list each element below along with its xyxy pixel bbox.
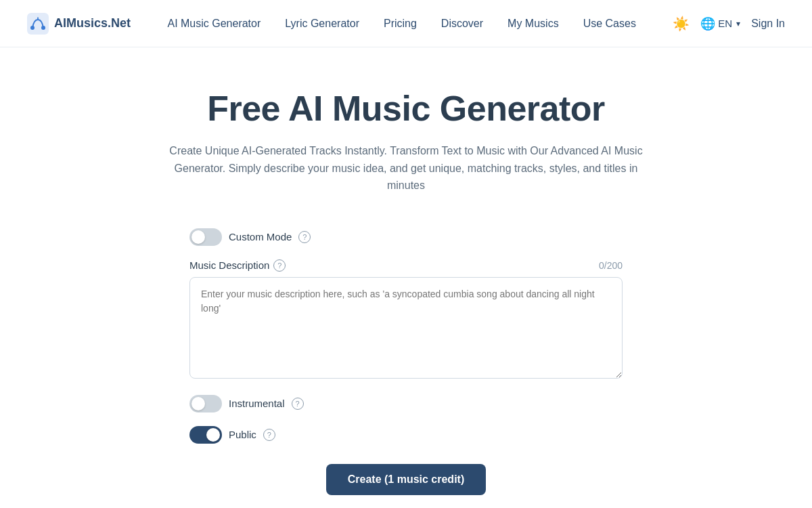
nav-discover[interactable]: Discover [441, 18, 483, 30]
language-selector-button[interactable]: 🌐 EN ▾ [700, 16, 740, 31]
public-label: Public [229, 429, 256, 440]
instrumental-row: Instrumental ? [189, 395, 623, 412]
nav-my-musics[interactable]: My Musics [508, 18, 559, 30]
custom-mode-thumb [191, 230, 205, 244]
public-help-icon[interactable]: ? [263, 429, 275, 441]
custom-mode-label: Custom Mode [229, 231, 292, 242]
generator-form: Custom Mode ? Music Description ? 0/200 … [189, 228, 623, 495]
public-row: Public ? [189, 426, 623, 444]
music-description-textarea[interactable] [189, 277, 623, 379]
field-header: Music Description ? 0/200 [189, 259, 623, 272]
public-thumb [206, 428, 220, 442]
public-toggle[interactable] [189, 426, 222, 444]
svg-point-2 [41, 26, 45, 30]
music-description-field: Music Description ? 0/200 [189, 259, 623, 381]
instrumental-toggle[interactable] [189, 395, 222, 412]
main-nav: AI Music Generator Lyric Generator Prici… [167, 18, 635, 30]
public-track[interactable] [189, 426, 222, 444]
header-right: ☀️ 🌐 EN ▾ Sign In [673, 16, 785, 32]
custom-mode-row: Custom Mode ? [189, 228, 623, 246]
custom-mode-toggle[interactable] [189, 228, 222, 246]
music-description-help-icon[interactable]: ? [273, 259, 286, 272]
main-content: Free AI Music Generator Create Unique AI… [0, 47, 812, 508]
sign-in-button[interactable]: Sign In [751, 18, 785, 30]
nav-ai-music-generator[interactable]: AI Music Generator [167, 18, 261, 30]
custom-mode-track[interactable] [189, 228, 222, 246]
page-title: Free AI Music Generator [207, 88, 605, 129]
chevron-down-icon: ▾ [736, 19, 740, 28]
sun-icon: ☀️ [673, 16, 690, 32]
translate-icon: 🌐 [700, 16, 715, 31]
field-label-row: Music Description ? [189, 259, 286, 272]
theme-toggle-button[interactable]: ☀️ [673, 16, 690, 32]
instrumental-help-icon[interactable]: ? [292, 398, 304, 410]
svg-rect-0 [27, 13, 49, 35]
logo-icon [27, 13, 49, 35]
custom-mode-help-icon[interactable]: ? [298, 231, 311, 243]
site-logo[interactable]: AIMusics.Net [27, 13, 131, 35]
music-description-label: Music Description [189, 259, 269, 271]
nav-use-cases[interactable]: Use Cases [583, 18, 636, 30]
language-code: EN [718, 18, 732, 29]
instrumental-label: Instrumental [229, 398, 285, 409]
logo-text: AIMusics.Net [54, 16, 131, 30]
create-button[interactable]: Create (1 music credit) [326, 464, 487, 495]
nav-lyric-generator[interactable]: Lyric Generator [285, 18, 359, 30]
nav-pricing[interactable]: Pricing [384, 18, 417, 30]
instrumental-thumb [191, 397, 205, 410]
page-subtitle: Create Unique AI-Generated Tracks Instan… [169, 142, 643, 194]
instrumental-track[interactable] [189, 395, 222, 412]
char-count: 0/200 [599, 260, 623, 271]
svg-point-1 [30, 26, 35, 30]
